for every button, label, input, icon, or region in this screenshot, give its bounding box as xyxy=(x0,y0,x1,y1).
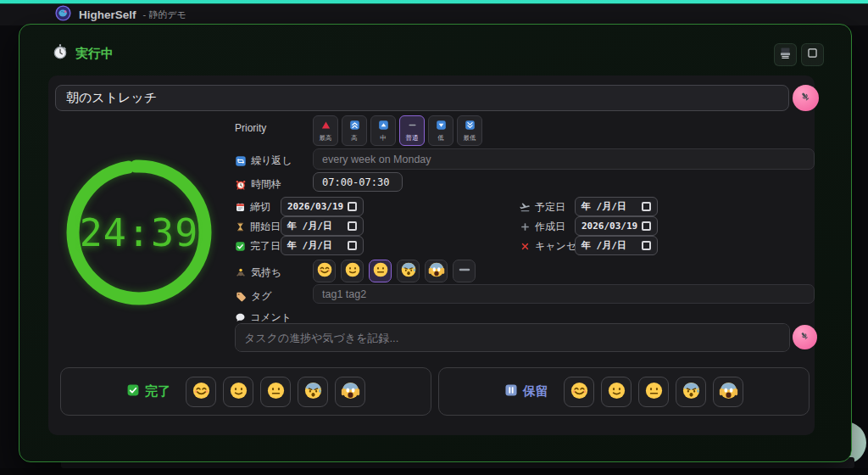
hold-mood-emoji-neutral[interactable] xyxy=(638,377,669,407)
emoji-anxious-sweat xyxy=(303,381,323,403)
hold-label: 保留 xyxy=(523,383,548,400)
hold-button[interactable]: 保留 xyxy=(504,383,548,400)
mood-option-emoji-smiling[interactable] xyxy=(313,260,336,282)
arrow-up-icon xyxy=(378,120,389,133)
complete-mood-emoji-slightly-smiling[interactable] xyxy=(223,377,253,407)
mood-option-emoji-neutral[interactable] xyxy=(369,260,392,282)
date-value: 年 /月/日 xyxy=(581,200,626,213)
airplane-takeoff-icon xyxy=(520,202,531,213)
calendar-picker-icon[interactable] xyxy=(642,221,651,231)
mood-option-emoji-slightly-smiling[interactable] xyxy=(341,260,364,282)
task-form-panel: 24:39 Priority 最高高中普通低最低 繰り返し 時間枠 締切2026… xyxy=(48,75,815,435)
double-arrow-down-icon xyxy=(465,120,476,133)
emoji-smiling xyxy=(570,381,589,403)
top-app-bar: HigherSelf - 静的デモ xyxy=(0,0,868,25)
priority-option-label: 低 xyxy=(437,134,444,142)
complete-button[interactable]: 完了 xyxy=(126,383,170,400)
app-title: HigherSelf xyxy=(79,8,136,21)
date-label-l1: 開始日 xyxy=(235,220,281,234)
calendar-icon xyxy=(235,202,246,213)
priority-option-arrow-up-icon[interactable]: 中 xyxy=(370,115,396,146)
priority-option-red-triangle-up-icon[interactable]: 最高 xyxy=(313,115,338,146)
mood-option-emoji-anxious-sweat[interactable] xyxy=(397,260,420,282)
app-subtitle: - 静的デモ xyxy=(143,8,186,21)
priority-option-label: 高 xyxy=(351,134,358,142)
microphone-icon xyxy=(798,90,813,107)
emoji-neutral xyxy=(266,381,286,403)
emoji-smiling xyxy=(316,261,333,281)
mood-option-emoji-screaming[interactable] xyxy=(425,260,448,282)
hold-mood-emoji-slightly-smiling[interactable] xyxy=(601,377,632,407)
timeframe-input[interactable] xyxy=(313,172,403,192)
tag-icon xyxy=(235,291,247,303)
complete-mood-emoji-neutral[interactable] xyxy=(260,377,291,407)
calendar-picker-icon[interactable] xyxy=(348,241,357,250)
pause-icon xyxy=(504,383,518,400)
app-screen: HigherSelf - 静的デモ 実行中 24:39 Pr xyxy=(0,0,868,475)
date-input-r1[interactable]: 2026/03/19 xyxy=(575,216,658,236)
priority-option-dash-icon[interactable]: 普通 xyxy=(399,115,425,146)
comment-textarea[interactable] xyxy=(235,323,790,352)
repeat-label: 繰り返し xyxy=(235,154,292,168)
countdown-timer: 24:39 xyxy=(60,154,218,311)
hold-mood-emoji-screaming[interactable] xyxy=(713,377,743,407)
date-label-r1: 作成日 xyxy=(520,220,565,234)
emoji-screaming xyxy=(428,261,445,281)
hold-mood-emoji-smiling[interactable] xyxy=(564,377,594,407)
date-input-r0[interactable]: 年 /月/日 xyxy=(575,197,658,216)
calendar-picker-icon[interactable] xyxy=(348,202,357,211)
emoji-slightly-smiling xyxy=(229,381,248,403)
stop-square-icon xyxy=(805,46,820,64)
status-header: 実行中 xyxy=(52,43,114,64)
date-label-l2: 完了日 xyxy=(235,239,281,254)
tags-label: タグ xyxy=(235,289,272,304)
priority-option-double-arrow-down-icon[interactable]: 最低 xyxy=(457,115,482,146)
timeframe-label: 時間枠 xyxy=(235,177,281,192)
check-icon xyxy=(235,241,246,252)
voice-input-button[interactable] xyxy=(793,85,819,111)
complete-mood-emoji-anxious-sweat[interactable] xyxy=(298,377,328,407)
emoji-neutral xyxy=(644,381,664,403)
dash-icon xyxy=(407,120,418,133)
timer-remaining-time: 24:39 xyxy=(60,154,218,311)
task-timer-modal: 実行中 24:39 Priority 最高高中普通低最低 繰り返 xyxy=(19,24,852,462)
window-buttons xyxy=(774,43,824,66)
priority-option-label: 最低 xyxy=(464,134,476,142)
calendar-picker-icon[interactable] xyxy=(642,202,651,211)
stopwatch-icon xyxy=(52,43,69,64)
status-label: 実行中 xyxy=(75,46,114,62)
calendar-picker-icon[interactable] xyxy=(642,241,651,250)
mood-label: 気持ち xyxy=(235,265,281,280)
tags-input[interactable] xyxy=(313,284,815,304)
date-input-l1[interactable]: 年 /月/日 xyxy=(281,216,364,236)
complete-mood-emoji-smiling[interactable] xyxy=(186,377,216,407)
date-input-r2[interactable]: 年 /月/日 xyxy=(575,236,658,255)
priority-option-double-arrow-up-icon[interactable]: 高 xyxy=(342,115,367,146)
page-bottom-band xyxy=(0,468,868,475)
stop-button[interactable] xyxy=(801,43,824,66)
date-value: 2026/03/19 xyxy=(287,201,343,212)
complete-mood-emoji-screaming[interactable] xyxy=(335,377,365,407)
brain-icon xyxy=(54,4,72,25)
comment-voice-button[interactable] xyxy=(793,325,817,349)
dash-icon xyxy=(456,261,473,281)
priority-option-label: 普通 xyxy=(406,134,419,142)
priority-option-arrow-down-icon[interactable]: 低 xyxy=(428,115,453,146)
calendar-picker-icon[interactable] xyxy=(348,221,357,231)
hold-mood-emoji-anxious-sweat[interactable] xyxy=(676,377,706,407)
date-input-l0[interactable]: 2026/03/19 xyxy=(281,197,364,216)
task-title-input[interactable] xyxy=(55,85,789,111)
emoji-slightly-smiling xyxy=(344,261,361,281)
printer-button[interactable] xyxy=(774,43,797,66)
hourglass-icon xyxy=(235,221,246,232)
priority-options: 最高高中普通低最低 xyxy=(313,115,482,146)
mood-option-dash-icon[interactable] xyxy=(453,260,476,282)
check-icon xyxy=(126,383,140,400)
arrow-down-icon xyxy=(436,120,447,133)
date-input-l2[interactable]: 年 /月/日 xyxy=(281,236,364,255)
mood-options xyxy=(313,260,476,282)
action-bar-hold: 保留 xyxy=(438,367,810,416)
repeat-input[interactable] xyxy=(313,148,815,170)
priority-label: Priority xyxy=(235,122,266,134)
date-value: 年 /月/日 xyxy=(581,239,626,252)
